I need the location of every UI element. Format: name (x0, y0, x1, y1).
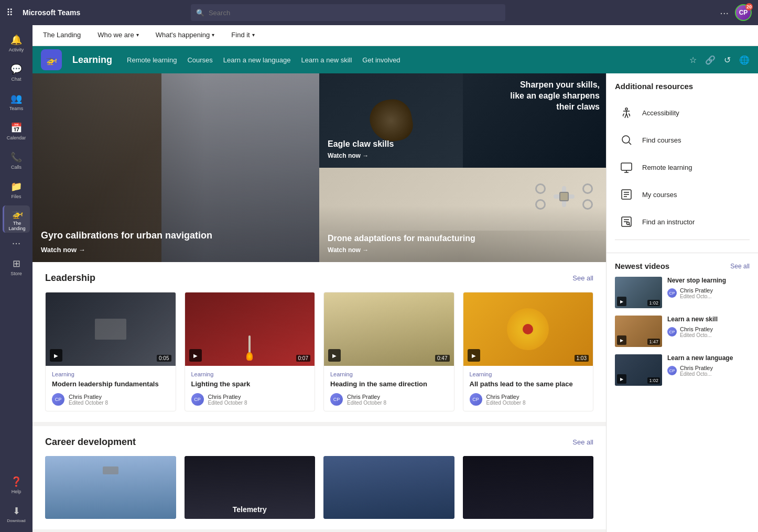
sidebar-item-help[interactable]: ❓ Help (3, 471, 30, 498)
app-title: Microsoft Teams (23, 8, 80, 17)
career-thumb-1[interactable] (45, 456, 176, 519)
newest-play-icon-2: ▶ (617, 374, 626, 384)
video-category-modern-leadership[interactable]: Learning (52, 371, 169, 377)
rs-item-find-courses[interactable]: Find courses (615, 126, 750, 154)
learning-nav-skill[interactable]: Learn a new skill (301, 56, 352, 64)
globe-icon[interactable]: 🌐 (739, 55, 750, 65)
secondary-nav: The Landing Who we are ▾ What's happenin… (33, 25, 758, 46)
app-dots-grid[interactable]: ⠿ (6, 7, 13, 18)
career-title: Career development (45, 437, 136, 448)
hero-drone-watch[interactable]: Watch now → (328, 246, 475, 254)
remote-learning-icon (617, 158, 636, 177)
career-cards-grid: Telemetry (45, 456, 593, 519)
sidebar-item-chat[interactable]: 💬 Chat (3, 59, 30, 86)
career-thumb-4[interactable] (463, 456, 594, 519)
hero-card-drone[interactable]: Drone adaptations for manufacturing Watc… (319, 168, 606, 262)
hero-card-eagle[interactable]: Sharpen your skills, like an eagle sharp… (319, 73, 606, 168)
sidebar-bottom: ❓ Help ⬇ Download (3, 471, 30, 528)
learning-nav-remote[interactable]: Remote learning (127, 56, 177, 64)
video-title-paths: All paths lead to the same place (470, 379, 587, 389)
rs-item-remote-learning[interactable]: Remote learning (615, 154, 750, 181)
find-courses-icon (617, 131, 636, 149)
video-card-all-paths[interactable]: ▶ 1:03 Learning All paths lead to the sa… (463, 292, 594, 411)
rs-divider (615, 240, 750, 240)
video-thumb-all-paths: ▶ 1:03 (463, 292, 593, 366)
newest-item-never-stop[interactable]: ▶ 1:02 Never stop learning CP Chris Prat… (615, 277, 750, 308)
sidebar-item-store[interactable]: ⊞ Store (3, 253, 30, 280)
avatar[interactable]: CP 20 (735, 4, 752, 21)
newest-item-learn-language[interactable]: ▶ 1:02 Learn a new language CP Chris Pra… (615, 354, 750, 386)
hero-card-gyro[interactable]: Gyro calibrations for urban navigation W… (33, 73, 319, 262)
my-courses-icon (617, 185, 636, 204)
video-title-direction: Heading in the same direction (330, 379, 448, 389)
play-button-paths[interactable]: ▶ (468, 349, 480, 362)
sidebar: 🔔 Activity 💬 Chat 👥 Teams 📅 Calendar 📞 C… (0, 25, 33, 532)
sidebar-item-calls[interactable]: 📞 Calls (3, 147, 30, 174)
sidebar-item-teams[interactable]: 👥 Teams (3, 88, 30, 115)
rs-item-accessibility[interactable]: Accessibility (615, 99, 750, 126)
leadership-title: Leadership (45, 273, 95, 284)
search-bar[interactable]: 🔍 (191, 4, 505, 21)
refresh-icon[interactable]: ↺ (724, 55, 731, 65)
video-card-lighting-spark[interactable]: ▶ 0:07 Learning Lighting the spark CP Ch… (185, 292, 316, 411)
learning-nav-involved[interactable]: Get involved (362, 56, 400, 64)
learning-nav-language[interactable]: Learn a new language (223, 56, 291, 64)
newest-item-learn-skill[interactable]: ▶ 1:47 Learn a new skill CP Chris Pratle… (615, 316, 750, 347)
learning-nav-courses[interactable]: Courses (187, 56, 212, 64)
content-body: Gyro calibrations for urban navigation W… (33, 73, 758, 532)
newest-duration-1: 1:47 (647, 339, 660, 345)
author-info-2: Chris Pratley Edited October 8 (347, 394, 386, 406)
play-button-modern-leadership[interactable]: ▶ (50, 349, 62, 362)
secondary-nav-whats-happening[interactable]: What's happening ▾ (154, 25, 217, 46)
hero-card-gyro-watch[interactable]: Watch now → (41, 246, 212, 254)
activity-icon: 🔔 (10, 34, 22, 46)
sidebar-item-files[interactable]: 📁 Files (3, 176, 30, 203)
secondary-nav-who-we-are[interactable]: Who we are ▾ (95, 25, 140, 46)
main-scroll-area[interactable]: Gyro calibrations for urban navigation W… (33, 73, 606, 532)
sidebar-item-calendar[interactable]: 📅 Calendar (3, 117, 30, 145)
leadership-see-all[interactable]: See all (572, 274, 593, 282)
author-name-2: Chris Pratley (347, 394, 386, 400)
secondary-nav-find-it[interactable]: Find it ▾ (229, 25, 256, 46)
newest-see-all[interactable]: See all (730, 263, 750, 270)
video-category-direction[interactable]: Learning (330, 371, 448, 377)
sidebar-item-activity[interactable]: 🔔 Activity (3, 29, 30, 57)
leadership-section-header: Leadership See all (45, 273, 593, 284)
sidebar-item-landing[interactable]: 🚁 The Landing (3, 205, 30, 233)
video-category-paths[interactable]: Learning (470, 371, 587, 377)
search-input[interactable] (209, 9, 500, 17)
author-avatar-1: CP (191, 393, 204, 406)
sidebar-more-dots[interactable]: ··· (10, 235, 23, 251)
video-title-modern-leadership: Modern leadership fundamentals (52, 379, 169, 389)
rs-item-find-instructor[interactable]: Find an instructor (615, 208, 750, 235)
find-instructor-icon (617, 212, 636, 231)
link-icon[interactable]: 🔗 (705, 55, 716, 65)
sidebar-label-landing: The Landing (4, 221, 30, 231)
newest-author-row-1: CP Chris Pratley Edited Octo... (667, 326, 750, 338)
more-options-icon[interactable]: ··· (720, 7, 729, 19)
newest-author-avatar-1: CP (667, 327, 677, 336)
notification-badge: 20 (745, 3, 753, 10)
duration-paths: 1:03 (575, 355, 589, 362)
video-category-lighting[interactable]: Learning (191, 371, 309, 377)
hero-section: Gyro calibrations for urban navigation W… (33, 73, 606, 262)
career-see-all[interactable]: See all (572, 438, 593, 446)
career-thumb-2[interactable]: Telemetry (185, 456, 316, 519)
hero-drone-title: Drone adaptations for manufacturing (328, 234, 475, 243)
video-card-modern-leadership[interactable]: ▶ 0:05 Learning Modern leadership fundam… (45, 292, 176, 411)
play-button-lighting[interactable]: ▶ (189, 349, 202, 362)
author-date-2: Edited October 8 (347, 400, 386, 406)
secondary-nav-landing[interactable]: The Landing (41, 25, 83, 46)
download-icon: ⬇ (13, 505, 20, 517)
who-we-are-chevron-icon: ▾ (136, 32, 139, 38)
rs-item-my-courses[interactable]: My courses (615, 181, 750, 208)
video-card-same-direction[interactable]: ▶ 0:47 Learning Heading in the same dire… (323, 292, 454, 411)
video-thumb-lighting-spark: ▶ 0:07 (185, 292, 315, 366)
newest-video-title-1: Learn a new skill (667, 316, 750, 324)
star-icon[interactable]: ☆ (689, 55, 697, 65)
hero-eagle-watch[interactable]: Watch now → (328, 152, 394, 159)
career-thumb-3[interactable] (323, 456, 454, 519)
play-button-direction[interactable]: ▶ (328, 349, 341, 362)
hero-drone-content: Drone adaptations for manufacturing Watc… (328, 234, 475, 254)
sidebar-item-download[interactable]: ⬇ Download (3, 501, 30, 528)
